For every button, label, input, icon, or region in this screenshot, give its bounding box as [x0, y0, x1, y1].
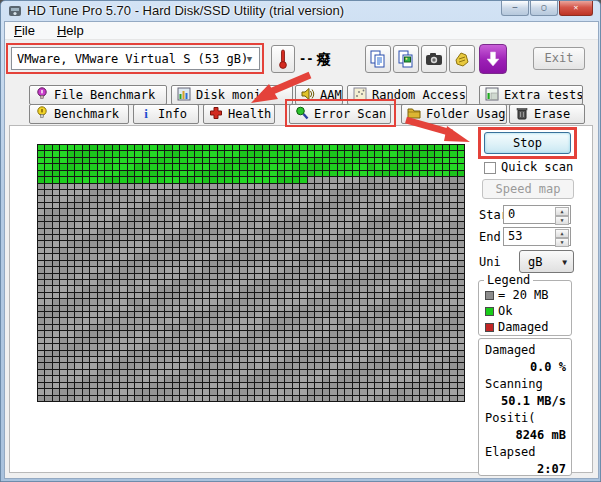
legend-swatch — [485, 323, 494, 332]
app-icon — [8, 4, 22, 18]
quick-scan-label: Quick scan — [501, 160, 573, 174]
folder-icon — [407, 106, 421, 123]
unit-value: gB — [528, 255, 542, 269]
legend-swatch — [485, 307, 494, 316]
stat-value: 50.1 MB/s — [483, 394, 569, 411]
start-input[interactable]: 0 ▲▼ — [503, 205, 571, 224]
thermometer-icon — [277, 49, 289, 69]
legend-title: Legend — [484, 273, 533, 287]
red-cross-icon — [209, 106, 223, 123]
legend-swatch — [485, 291, 494, 300]
download-arrow-icon — [486, 51, 500, 67]
magnifier-icon — [295, 106, 309, 123]
stat-value: 0.0 % — [483, 360, 569, 377]
legend-item: Damaged — [485, 319, 567, 335]
download-button[interactable] — [479, 44, 507, 74]
minimize-button[interactable]: — — [501, 1, 529, 16]
tab-disk-monit[interactable]: Disk monit — [171, 85, 293, 105]
tab-label: Benchmark — [54, 107, 119, 121]
title-bar: HD Tune Pro 5.70 - Hard Disk/SSD Utility… — [1, 1, 600, 21]
tab-erase[interactable]: Erase — [509, 104, 585, 124]
quick-scan-checkbox[interactable] — [484, 162, 496, 174]
stat-label: Positi( — [483, 411, 569, 428]
info-icon: i — [139, 106, 153, 123]
drive-select-dropdown[interactable]: VMware, VMware Virtual S (53 gB) ▼ — [11, 47, 260, 70]
menu-file[interactable]: File — [14, 23, 35, 38]
tab-info[interactable]: iInfo — [133, 104, 199, 124]
stat-label: Elapsed — [483, 445, 569, 462]
start-value: 0 — [508, 207, 515, 221]
stop-button[interactable]: Stop — [484, 132, 571, 154]
bar-chart-icon — [177, 87, 191, 104]
menu-help[interactable]: Help — [57, 23, 84, 38]
app-window: HD Tune Pro 5.70 - Hard Disk/SSD Utility… — [0, 0, 601, 482]
maximize-button[interactable]: ▢ — [530, 1, 558, 16]
tab-label: AAM — [320, 88, 342, 102]
copy-text-icon — [369, 50, 387, 68]
speed-map-button[interactable]: Speed map — [482, 179, 574, 199]
window-title: HD Tune Pro 5.70 - Hard Disk/SSD Utility… — [27, 3, 344, 18]
tab-label: Health — [228, 107, 271, 121]
stat-value: 8246 mB — [483, 428, 569, 445]
tab-file-benchmark[interactable]: File Benchmark — [29, 85, 167, 105]
menu-bar: File Help — [5, 22, 598, 40]
legend-box: Legend = 20 MBOkDamaged — [478, 280, 572, 336]
tab-label: Random Access — [372, 88, 466, 102]
save-results-button[interactable] — [449, 45, 475, 73]
lamp-purple-icon — [35, 87, 49, 104]
screenshot-button[interactable] — [421, 45, 447, 73]
scan-grid — [37, 144, 465, 402]
speaker-icon — [301, 87, 315, 104]
tab-label: Extra tests — [504, 88, 583, 102]
tab-label: File Benchmark — [54, 88, 155, 102]
stat-label: Damaged — [483, 343, 569, 360]
tab-extra-tests[interactable]: Extra tests — [479, 85, 583, 105]
tab-label: Info — [158, 107, 187, 121]
tab-folder-usage[interactable]: Folder Usage — [401, 104, 507, 124]
stat-value: 2:07 — [483, 462, 569, 479]
end-spinner[interactable]: ▲▼ — [555, 229, 569, 244]
start-spinner[interactable]: ▲▼ — [555, 207, 569, 222]
screenshot-camera-icon — [425, 52, 443, 66]
tab-label: Erase — [534, 107, 570, 121]
legend-item: Ok — [485, 303, 567, 319]
unit-label: Uni — [479, 255, 509, 269]
unit-dropdown[interactable]: gB ▼ — [519, 250, 574, 273]
tab-health[interactable]: Health — [203, 104, 275, 124]
tab-label: Disk monit — [196, 88, 268, 102]
tab-benchmark[interactable]: Benchmark — [29, 104, 129, 124]
legend-item: = 20 MB — [485, 287, 567, 303]
lamp-yellow-icon — [35, 106, 49, 123]
temperature-value: -- — [299, 52, 313, 66]
chevron-down-icon: ▼ — [562, 258, 567, 267]
drive-select-value: VMware, VMware Virtual S (53 gB) — [17, 52, 248, 66]
save-gold-icon — [453, 50, 471, 68]
legend-label: Ok — [498, 304, 512, 318]
stat-label: Scanning — [483, 377, 569, 394]
legend-label: = 20 MB — [498, 288, 549, 302]
copy-text-button[interactable] — [365, 45, 391, 73]
tab-random-access[interactable]: Random Access — [347, 85, 467, 105]
end-input[interactable]: 53 ▲▼ — [503, 227, 571, 246]
trash-icon — [515, 106, 529, 123]
copy-image-button[interactable] — [393, 45, 419, 73]
end-value: 53 — [508, 229, 522, 243]
temperature-button[interactable] — [271, 45, 295, 73]
svg-text:i: i — [144, 106, 148, 120]
scatter-icon — [353, 87, 367, 104]
tab-error-scan[interactable]: Error Scan — [289, 104, 391, 124]
chart-green-icon — [485, 87, 499, 104]
tab-label: Error Scan — [314, 107, 386, 121]
exit-button[interactable]: Exit — [533, 47, 585, 70]
copy-image-icon — [397, 50, 415, 68]
chevron-down-icon: ▼ — [242, 51, 257, 67]
tab-aam[interactable]: AAM — [295, 85, 343, 105]
temperature-unit: 癈 — [317, 51, 331, 69]
scan-stats-box: Damaged0.0 %Scanning50.1 MB/sPositi(8246… — [478, 338, 572, 476]
tab-label: Folder Usage — [426, 107, 507, 121]
close-button[interactable]: ✕ — [559, 1, 593, 16]
legend-label: Damaged — [498, 320, 549, 334]
